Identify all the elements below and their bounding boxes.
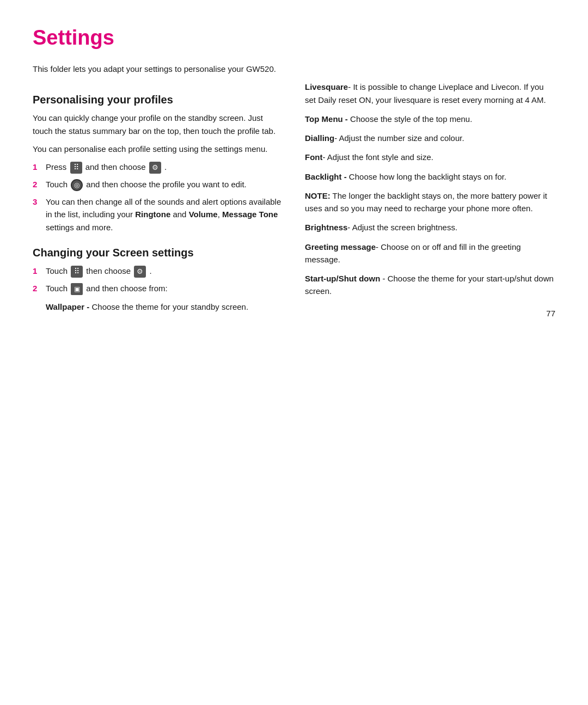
brightness-item: Brightness- Adjust the screen brightness… (305, 221, 555, 234)
greeting-label: Greeting message (305, 242, 376, 252)
step1: 1 Press and then choose . (33, 161, 283, 174)
left-column: Personalising your profiles You can quic… (33, 81, 283, 318)
dialling-item: Dialling- Adjust the number size and col… (305, 132, 555, 144)
section1-para2: You can personalise each profile setting… (33, 143, 283, 155)
wallpaper-item: Wallpaper - Choose the theme for your st… (33, 301, 283, 313)
top-menu-item: Top Menu - Choose the style of the top m… (305, 113, 555, 125)
screen-step1-content: Touch then choose . (46, 265, 283, 278)
dialling-label: Dialling (305, 133, 334, 143)
greeting-item: Greeting message- Choose on or off and f… (305, 241, 555, 266)
livesquare-label: Livesquare (305, 82, 348, 91)
step1-content: Press and then choose . (46, 161, 283, 174)
startup-item: Start-up/Shut down - Choose the theme fo… (305, 272, 555, 298)
backlight-text: Choose how long the backlight stays on f… (349, 172, 506, 181)
brightness-label: Brightness (305, 223, 347, 232)
wallpaper-text: Choose the theme for your standby screen… (91, 302, 248, 311)
backlight-item: Backlight - Choose how long the backligh… (305, 170, 555, 183)
startup-label: Start-up/Shut down (305, 274, 380, 283)
step2-content: Touch and then choose the profile you wa… (46, 178, 283, 191)
step3-content: You can then change all of the sounds an… (46, 195, 283, 234)
intro-text: This folder lets you adapt your settings… (33, 63, 555, 75)
note-text: The longer the backlight stays on, the m… (305, 191, 547, 213)
font-text: - Adjust the font style and size. (322, 152, 433, 162)
circle-icon (71, 179, 83, 191)
screen-step2: 2 Touch and then choose from: (33, 282, 283, 295)
font-label: Font (305, 152, 322, 162)
note-item: NOTE: The longer the backlight stays on,… (305, 189, 555, 215)
screen-step1: 1 Touch then choose . (33, 265, 283, 278)
note-label: NOTE: (305, 191, 330, 200)
screen-step2-content: Touch and then choose from: (46, 282, 283, 295)
brightness-text: - Adjust the screen brightness. (347, 223, 457, 232)
section1-steps: 1 Press and then choose . 2 Touch and th… (33, 161, 283, 234)
livesquare-item: Livesquare- It is possible to change Liv… (305, 81, 555, 106)
step3-num: 3 (33, 195, 42, 208)
page-title: Settings (33, 26, 555, 50)
grid-icon-2 (71, 266, 83, 278)
top-menu-text: Choose the style of the top menu. (350, 114, 472, 124)
screen-step2-num: 2 (33, 282, 42, 295)
grid-icon (70, 162, 82, 174)
font-item: Font- Adjust the font style and size. (305, 151, 555, 163)
page-number: 77 (305, 309, 555, 318)
gear-icon (149, 162, 161, 174)
dialling-text: - Adjust the number size and colour. (334, 133, 464, 143)
screen-icon (71, 283, 83, 295)
screen-step1-num: 1 (33, 265, 42, 277)
gear-icon-2 (134, 266, 146, 278)
right-column: Livesquare- It is possible to change Liv… (305, 81, 555, 318)
volume-bold: Volume (189, 210, 218, 219)
wallpaper-label: Wallpaper - (46, 302, 89, 311)
section2-steps: 1 Touch then choose . 2 Touch and then c… (33, 265, 283, 295)
top-menu-label: Top Menu - (305, 114, 348, 124)
section1-para1: You can quickly change your profile on t… (33, 112, 283, 137)
message-tone-bold: Message Tone (222, 210, 278, 219)
step1-num: 1 (33, 161, 42, 173)
ringtone-bold: Ringtone (135, 210, 170, 219)
step2-num: 2 (33, 178, 42, 191)
section2-heading: Changing your Screen settings (33, 247, 283, 259)
step3: 3 You can then change all of the sounds … (33, 195, 283, 234)
step2: 2 Touch and then choose the profile you … (33, 178, 283, 191)
backlight-label: Backlight - (305, 172, 347, 181)
section1-heading: Personalising your profiles (33, 94, 283, 106)
